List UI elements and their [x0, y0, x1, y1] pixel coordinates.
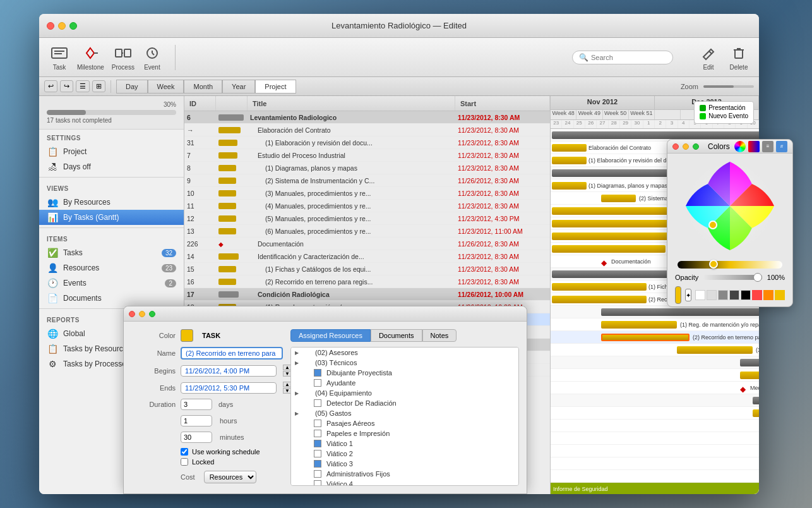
tab-week[interactable]: Week — [148, 80, 184, 94]
gantt-row-12[interactable]: 15 (1) Fichas y Catálogos de los equi...… — [184, 263, 550, 275]
resource-item-02_asesores[interactable]: ▶(02) Asesores — [291, 348, 518, 358]
color-cell-red[interactable] — [752, 290, 762, 300]
panel-zoom[interactable] — [149, 311, 155, 317]
panel-close[interactable] — [129, 311, 135, 317]
tab-day[interactable]: Day — [116, 80, 148, 94]
working-schedule-checkbox[interactable] — [181, 448, 188, 456]
gantt-row-9[interactable]: 13 (6) Manuales, procedimientos y re... … — [184, 225, 550, 238]
color-cell-gray[interactable] — [718, 290, 728, 300]
resource-item-viatico4[interactable]: Viático 4 — [301, 479, 518, 486]
begins-input[interactable] — [181, 365, 277, 377]
gantt-row-2[interactable]: 31 (1) Elaboración y revisión del docu..… — [184, 136, 550, 149]
gantt-row-7[interactable]: 11 (4) Manuales, procedimientos y re... … — [184, 200, 550, 212]
current-color-preview[interactable] — [675, 286, 681, 304]
milestone-tool[interactable]: Milestone — [77, 44, 104, 71]
colors-zoom[interactable] — [693, 143, 699, 150]
gantt-row-8[interactable]: 12 (5) Manuales, procedimientos y re... … — [184, 212, 550, 225]
gantt-row-10[interactable]: 226 ◆ Documentación 11/26/2012, 8:30 AM — [184, 238, 550, 250]
resource-item-dibujante[interactable]: Dibujante Proyectista — [301, 368, 518, 378]
gantt-bar-row-17[interactable]: (2) Recorrido en terreno para medir nive… — [551, 331, 759, 344]
expand-04_equipamiento[interactable]: ▶ — [295, 390, 299, 396]
resource-item-detector[interactable]: Detector De Radiación — [301, 398, 518, 408]
color-cell-black[interactable] — [741, 290, 751, 300]
checkbox-viatico4[interactable] — [314, 480, 321, 486]
gantt-bar-row-26[interactable]: (4) Determinar etapas y actividades crít… — [551, 445, 759, 457]
zoom-slider[interactable] — [703, 85, 754, 88]
gantt-bar-row-24[interactable]: (2) Entrevista con el personal de Manten… — [551, 420, 759, 432]
gantt-row-5[interactable]: 9 (2) Sistema de Instrumentación y C... … — [184, 174, 550, 187]
tab-month[interactable]: Month — [184, 80, 222, 94]
tab-notes[interactable]: Notes — [422, 329, 457, 342]
event-tool[interactable]: Event — [142, 44, 162, 71]
locked-checkbox[interactable] — [181, 458, 188, 466]
color-cell-dgray[interactable] — [729, 290, 739, 300]
sidebar-item-by-resources[interactable]: 👥 By Resources — [39, 195, 184, 210]
resource-item-admin_fijos[interactable]: Administrativos Fijos — [301, 469, 518, 479]
gantt-bar-row-28[interactable]: ◆ Análisis De Riesgo — [551, 470, 759, 483]
gantt-row-6[interactable]: 10 (3) Manuales, procedimientos y re... … — [184, 187, 550, 200]
task-tool[interactable]: Task — [49, 44, 69, 71]
gantt-bar-row-15[interactable]: Condición Radiológica — [551, 306, 759, 318]
ends-input[interactable] — [181, 382, 277, 394]
expand-02_asesores[interactable]: ▶ — [295, 350, 299, 356]
checkbox-dibujante[interactable] — [314, 369, 321, 377]
checkbox-admin_fijos[interactable] — [314, 470, 321, 478]
checkbox-viatico1[interactable] — [314, 440, 321, 447]
color-wheel-icon[interactable] — [734, 141, 746, 152]
duration-days-input[interactable] — [181, 399, 212, 410]
gantt-bar-row-23[interactable]: (1) Entrevista con el personal de Operac… — [551, 407, 759, 420]
gantt-row-14[interactable]: 17 Condición Radiológica 11/26/2012, 10:… — [184, 288, 550, 301]
gantt-row-4[interactable]: 8 (1) Diagramas, planos y mapas 11/23/20… — [184, 162, 550, 174]
resource-item-viatico1[interactable]: Viático 1 — [301, 438, 518, 449]
resource-item-ayudante[interactable]: Ayudante — [301, 378, 518, 388]
resource-item-pasajes[interactable]: Pasajes Aéreos — [301, 418, 518, 428]
color-spectrum-icon[interactable] — [748, 141, 760, 152]
process-tool[interactable]: Process — [112, 44, 134, 71]
checkbox-viatico3[interactable] — [314, 460, 321, 468]
close-button[interactable] — [47, 22, 54, 30]
checkbox-ayudante[interactable] — [314, 379, 321, 387]
resource-tree[interactable]: ▶(02) Asesores▶(03) TécnicosDibujante Pr… — [290, 347, 519, 486]
gantt-bar-row-25[interactable]: (3) Cuantificar el personal Público y PO… — [551, 432, 759, 445]
sidebar-item-days-off[interactable]: 🏖 Days off — [39, 159, 184, 174]
name-input[interactable] — [181, 347, 283, 360]
brightness-slider[interactable] — [678, 261, 782, 269]
gantt-bar-row-18[interactable]: (3) Revisar el estado del equipo (Posibl… — [551, 344, 759, 356]
gantt-row-1[interactable]: → Elaboración del Contrato 11/23/2012, 8… — [184, 124, 550, 136]
sidebar-item-resources[interactable]: 👤 Resources 23 — [39, 260, 184, 275]
gantt-bar-row-19[interactable]: Estado de Regularización — [551, 356, 759, 369]
resource-item-viatico3[interactable]: Viático 3 — [301, 459, 518, 469]
opacity-knob[interactable] — [753, 273, 762, 282]
gantt-row-13[interactable]: 16 (2) Recorrido en terreno para regis..… — [184, 275, 550, 288]
color-swatch[interactable] — [181, 329, 193, 342]
checkbox-detector[interactable] — [314, 399, 321, 407]
duration-minutes-input[interactable] — [181, 432, 212, 443]
color-cell-orange[interactable] — [763, 290, 773, 300]
expand-03_tecnicos[interactable]: ▶ — [295, 360, 299, 366]
gantt-row-0[interactable]: 6 Levantamiento Radiologico 11/23/2012, … — [184, 111, 550, 124]
color-wheel-area[interactable] — [683, 159, 777, 253]
maximize-button[interactable] — [69, 22, 77, 30]
minimize-button[interactable] — [58, 22, 66, 30]
gantt-bar-row-20[interactable]: (1) Autorizaciones emitidas e inspeccion… — [551, 369, 759, 382]
gantt-row-3[interactable]: 7 Estudio del Proceso Industrial 11/23/2… — [184, 149, 550, 162]
sidebar-item-by-tasks[interactable]: 📊 By Tasks (Gantt) — [39, 210, 184, 225]
resource-item-03_tecnicos[interactable]: ▶(03) Técnicos — [291, 358, 518, 368]
sidebar-item-documents[interactable]: 📄 Documents — [39, 291, 184, 306]
sidebar-item-events[interactable]: 🕐 Events 2 — [39, 275, 184, 291]
expand-05_gastos[interactable]: ▶ — [295, 411, 299, 416]
search-input[interactable] — [591, 54, 667, 61]
duration-hours-input[interactable] — [181, 415, 212, 426]
color-picker-icon[interactable]: # — [776, 141, 787, 152]
cost-select[interactable]: Resources — [204, 471, 256, 483]
gantt-row-11[interactable]: 14 Identificación y Caracterización de..… — [184, 250, 550, 263]
colors-minimize[interactable] — [683, 143, 689, 150]
color-cell-yellow[interactable] — [775, 290, 785, 300]
colors-close[interactable] — [672, 143, 679, 150]
checkbox-papeles[interactable] — [314, 430, 321, 437]
checkbox-viatico2[interactable] — [314, 450, 321, 457]
undo-button[interactable]: ↩ — [44, 80, 57, 92]
color-cell-white[interactable] — [695, 290, 705, 300]
sidebar-item-project[interactable]: 📋 Project — [39, 144, 184, 159]
checkbox-pasajes[interactable] — [314, 420, 321, 427]
